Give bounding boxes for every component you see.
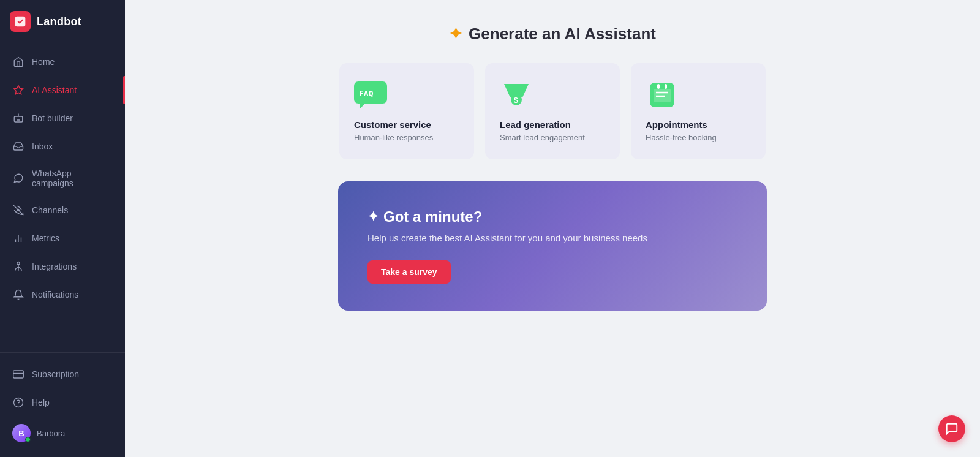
sidebar-item-subscription[interactable]: Subscription: [0, 360, 125, 388]
help-icon: [12, 396, 24, 409]
sidebar-label-notifications: Notifications: [32, 290, 78, 300]
sidebar-item-notifications[interactable]: Notifications: [0, 281, 125, 309]
user-profile[interactable]: B Barbora: [0, 417, 125, 450]
cards-row: FAQ Customer service Human-like response…: [339, 63, 766, 159]
sidebar-label-bot-builder: Bot builder: [32, 113, 73, 123]
sidebar-item-metrics[interactable]: Metrics: [0, 224, 125, 252]
svg-rect-0: [15, 17, 26, 27]
card-subtitle-customer-service: Human-like responses: [354, 133, 433, 142]
online-indicator: [25, 437, 31, 442]
sidebar: Landbot Home AI Assistant: [0, 0, 125, 457]
sidebar-item-ai-assistant[interactable]: AI Assistant: [0, 76, 125, 104]
banner-title-text: Got a minute?: [383, 208, 482, 225]
user-name: Barbora: [37, 429, 65, 438]
sidebar-label-integrations: Integrations: [32, 262, 77, 271]
lead-generation-icon: $: [500, 81, 533, 108]
sidebar-item-inbox[interactable]: Inbox: [0, 132, 125, 161]
svg-text:FAQ: FAQ: [359, 89, 374, 98]
svg-rect-2: [14, 116, 23, 122]
card-subtitle-appointments: Hassle-free booking: [646, 133, 717, 142]
sidebar-bottom: Subscription Help B Barbora: [0, 352, 125, 457]
customer-service-icon: FAQ: [354, 81, 387, 108]
svg-marker-1: [14, 86, 23, 94]
card-title-customer-service: Customer service: [354, 119, 431, 130]
notifications-icon: [12, 289, 24, 301]
take-survey-button[interactable]: Take a survey: [368, 260, 451, 284]
svg-point-11: [14, 398, 23, 407]
sidebar-label-subscription: Subscription: [32, 369, 79, 379]
sidebar-item-channels[interactable]: Channels: [0, 196, 125, 224]
main-content: ✦ Generate an AI Assistant FAQ Customer …: [125, 0, 980, 457]
logo-text: Landbot: [37, 15, 81, 28]
svg-rect-24: [665, 84, 667, 89]
logo[interactable]: Landbot: [0, 0, 125, 43]
banner-star-icon: ✦: [368, 209, 379, 225]
sidebar-label-inbox: Inbox: [32, 142, 53, 151]
banner-subtitle: Help us create the best AI Assistant for…: [368, 233, 737, 243]
svg-point-7: [17, 262, 20, 265]
integrations-icon: [12, 260, 24, 273]
page-title: ✦ Generate an AI Assistant: [449, 25, 656, 43]
sidebar-nav: Home AI Assistant Bot builder: [0, 43, 125, 352]
banner-title: ✦ Got a minute?: [368, 208, 737, 225]
subscription-icon: [12, 368, 24, 380]
card-subtitle-lead-generation: Smart lead engagement: [500, 133, 585, 142]
card-title-lead-generation: Lead generation: [500, 119, 571, 130]
page-title-text: Generate an AI Assistant: [469, 25, 656, 43]
sidebar-label-home: Home: [32, 57, 55, 67]
sidebar-label-metrics: Metrics: [32, 233, 59, 243]
svg-text:$: $: [514, 96, 518, 105]
inbox-icon: [12, 140, 24, 153]
channels-icon: [12, 204, 24, 216]
sidebar-item-home[interactable]: Home: [0, 48, 125, 76]
metrics-icon: [12, 232, 24, 244]
svg-rect-9: [13, 371, 24, 378]
home-icon: [12, 56, 24, 68]
sidebar-item-bot-builder[interactable]: Bot builder: [0, 104, 125, 132]
title-star-icon: ✦: [449, 25, 462, 43]
whatsapp-icon: [12, 172, 24, 184]
ai-assistant-icon: [12, 84, 24, 96]
card-lead-generation[interactable]: $ Lead generation Smart lead engagement: [485, 63, 620, 159]
survey-banner: ✦ Got a minute? Help us create the best …: [338, 181, 767, 311]
avatar: B: [12, 424, 31, 442]
sidebar-label-channels: Channels: [32, 205, 68, 215]
chat-support-bubble[interactable]: [938, 415, 965, 442]
card-appointments[interactable]: Appointments Hassle-free booking: [631, 63, 766, 159]
svg-rect-23: [657, 84, 660, 89]
appointments-icon: [646, 81, 679, 108]
sidebar-item-integrations[interactable]: Integrations: [0, 252, 125, 281]
card-customer-service[interactable]: FAQ Customer service Human-like response…: [339, 63, 474, 159]
sidebar-label-ai-assistant: AI Assistant: [32, 85, 77, 95]
logo-icon: [10, 11, 31, 32]
sidebar-label-whatsapp: WhatsApp campaigns: [32, 168, 113, 188]
bot-builder-icon: [12, 112, 24, 124]
sidebar-label-help: Help: [32, 398, 50, 407]
sidebar-item-help[interactable]: Help: [0, 388, 125, 417]
card-title-appointments: Appointments: [646, 119, 707, 130]
sidebar-item-whatsapp[interactable]: WhatsApp campaigns: [0, 161, 125, 196]
svg-marker-15: [360, 104, 365, 108]
